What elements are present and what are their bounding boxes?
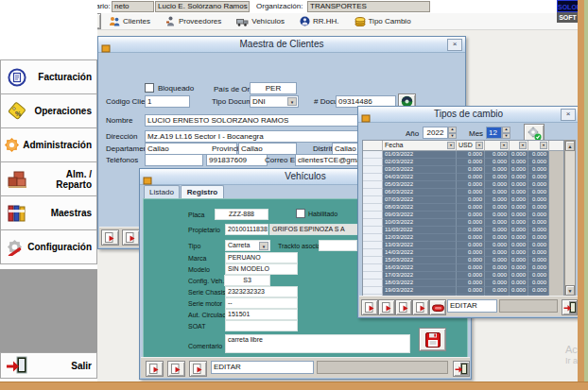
cambio-table-row[interactable]: 18/03/2022 0.000 0.000 0.000 0.000	[363, 280, 563, 287]
clientes-titlebar[interactable]: Maestra de Clientes ×	[98, 37, 465, 53]
header-col3[interactable]: ▾	[485, 141, 510, 151]
row-filler	[549, 159, 563, 166]
sidebar-item-administracion[interactable]: Administración	[0, 127, 97, 162]
usuario-input[interactable]: neto	[112, 1, 154, 12]
telefono1-field[interactable]	[145, 154, 203, 166]
cambio-table-row[interactable]: 14/03/2022 0.000 0.000 0.000 0.000	[363, 249, 563, 257]
modelo-field[interactable]: SIN MODELO	[225, 263, 298, 275]
tab-listado[interactable]: Listado	[144, 185, 180, 198]
filter-dropdown-icon[interactable]: ▾	[447, 142, 455, 149]
toolbar-clientes-button[interactable]: Clientes	[109, 16, 150, 26]
scroll-up-icon[interactable]: ▲	[565, 141, 575, 151]
comentario-field[interactable]: carreta libre	[225, 334, 410, 353]
record-next-button[interactable]	[378, 299, 395, 315]
soat-field[interactable]	[225, 320, 298, 331]
scroll-down-icon[interactable]: ▼	[565, 285, 575, 296]
anio-spinner-field[interactable]: 2022	[423, 127, 448, 139]
record-nav-button[interactable]	[101, 229, 119, 246]
cambio-table-row[interactable]: 09/03/2022 0.000 0.000 0.000 0.000	[363, 212, 563, 219]
record-nav-button[interactable]	[122, 229, 140, 246]
filter-dropdown-icon[interactable]: ▾	[500, 142, 508, 149]
tipos-cambio-titlebar[interactable]: Tipos de cambio ×	[358, 107, 579, 123]
filter-dropdown-icon[interactable]: ▾	[476, 142, 483, 149]
spin-down-icon[interactable]: ▼	[448, 133, 457, 140]
cambio-table-row[interactable]: 13/03/2022 0.000 0.000 0.000 0.000	[363, 242, 563, 249]
row-filler	[549, 264, 563, 272]
sidebar-item-configuracion[interactable]: Configuración	[0, 229, 97, 264]
sidebar-item-alm-reparto[interactable]: Alm. / Reparto	[0, 161, 97, 196]
header-fecha[interactable]: Fecha▾	[383, 141, 457, 151]
save-button[interactable]	[419, 328, 446, 351]
filter-dropdown-icon[interactable]: ▾	[519, 142, 527, 149]
record-add-button[interactable]	[146, 361, 164, 377]
usd-cell: 0.000	[457, 234, 485, 242]
bloqueado-checkbox[interactable]	[145, 83, 154, 93]
pais-origen-field[interactable]: PER	[250, 82, 297, 94]
cambio-table-row[interactable]: 03/03/2022 0.000 0.000 0.000 0.000	[363, 166, 563, 174]
cambio-table-row[interactable]: 07/03/2022 0.000 0.000 0.000 0.000	[363, 196, 563, 204]
cambio-table-row[interactable]: 19/03/2022 0.000 0.000 0.000 0.000	[363, 287, 563, 295]
spin-down-icon[interactable]: ▼	[502, 133, 510, 140]
tipo-select[interactable]: Carreta ▾	[225, 240, 270, 251]
cambio-table-row[interactable]: 12/03/2022 0.000 0.000 0.000 0.000	[363, 234, 563, 242]
record-delete-button[interactable]	[189, 361, 207, 377]
tab-registro[interactable]: Registro	[181, 185, 224, 198]
anio-spinner-buttons[interactable]: ▲ ▼	[448, 127, 457, 139]
tipo-documento-select[interactable]: DNI ▾	[250, 95, 299, 108]
clear-button[interactable]	[429, 299, 446, 315]
habilitado-checkbox[interactable]	[296, 209, 305, 218]
rate-cell: 0.000	[485, 189, 510, 196]
cambio-table-row[interactable]: 05/03/2022 0.000 0.000 0.000 0.000	[363, 181, 563, 189]
header-col5[interactable]: ▾	[528, 141, 549, 151]
configuracion-gear-wrench-icon	[1, 238, 27, 256]
organizacion-input[interactable]: TRANSPORTES	[307, 1, 430, 12]
cambio-table-row[interactable]: 01/03/2022 0.000 0.000 0.000 0.000	[363, 151, 563, 159]
propietario-ruc-field[interactable]: 20100111838	[225, 224, 268, 235]
record-edit-button[interactable]	[412, 299, 429, 315]
filter-dropdown-icon[interactable]: ▾	[540, 142, 547, 149]
mes-spinner-buttons[interactable]: ▲ ▼	[502, 127, 510, 139]
close-icon[interactable]: ×	[561, 109, 576, 121]
cambio-table-row[interactable]: 08/03/2022 0.000 0.000 0.000 0.000	[363, 204, 563, 212]
cambio-table-row[interactable]: 16/03/2022 0.000 0.000 0.000 0.000	[363, 264, 563, 272]
cambio-table-row[interactable]: 10/03/2022 0.000 0.000 0.000 0.000	[363, 219, 563, 227]
sidebar-item-operaciones[interactable]: % Operaciones	[0, 93, 97, 128]
marca-label: Marca	[188, 255, 206, 262]
header-usd[interactable]: USD▾	[457, 141, 485, 151]
cambio-table-row[interactable]: 11/03/2022 0.000 0.000 0.000 0.000	[363, 227, 563, 234]
mes-spinner-field[interactable]: 12	[486, 127, 502, 139]
sidebar-item-maestras[interactable]: Maestras	[0, 195, 97, 230]
record-delete-button[interactable]	[395, 299, 412, 315]
cambio-table-row[interactable]: 02/03/2022 0.000 0.000 0.000 0.000	[363, 159, 563, 166]
toolbar-vehiculos-button[interactable]: Vehículos	[236, 17, 285, 26]
trackto-field[interactable]	[319, 240, 357, 251]
record-next-button[interactable]	[167, 361, 185, 377]
sidebar-item-facturacion[interactable]: Facturación	[0, 59, 97, 94]
toolbar-proveedores-button[interactable]: Proveedores	[165, 16, 221, 26]
telefono2-field[interactable]: 991837609	[206, 154, 268, 166]
header-col4[interactable]: ▾	[510, 141, 528, 151]
aut-circulacion-field[interactable]: 151501	[225, 309, 298, 320]
cambio-table-row[interactable]: 06/03/2022 0.000 0.000 0.000 0.000	[363, 189, 563, 196]
close-window-button[interactable]	[453, 361, 470, 377]
codigo-cliente-field[interactable]: 1	[145, 95, 190, 108]
config-veh-field[interactable]: S3	[224, 275, 270, 286]
close-icon[interactable]: ×	[447, 39, 462, 51]
cambio-table-row[interactable]: 15/03/2022 0.000 0.000 0.000 0.000	[363, 257, 563, 264]
toolbar-rrhh-button[interactable]: RR.HH.	[300, 16, 339, 26]
record-add-button[interactable]	[361, 299, 378, 315]
usd-cell: 0.000	[457, 287, 485, 295]
cambio-table-row[interactable]: 04/03/2022 0.000 0.000 0.000 0.000	[363, 174, 563, 181]
chevron-down-icon[interactable]: ▾	[287, 97, 297, 106]
table-scrollbar[interactable]: ▲ ▼	[564, 140, 576, 297]
sidebar-item-salir[interactable]: Salir	[0, 352, 97, 379]
toolbar-tipocambio-button[interactable]: Tipo Cambio	[355, 17, 411, 26]
row-indicator-cell	[363, 204, 383, 212]
chevron-down-icon[interactable]: ▾	[259, 242, 268, 250]
cambio-table-row[interactable]: 17/03/2022 0.000 0.000 0.000 0.000	[363, 272, 563, 280]
close-window-button[interactable]	[562, 299, 578, 315]
serie-chasis-field[interactable]: 2323232323	[225, 286, 298, 297]
marca-field[interactable]: PERUANO	[225, 252, 298, 263]
placa-field[interactable]: ZZZ-888	[215, 209, 268, 220]
serie-motor-field[interactable]: --	[225, 297, 298, 309]
